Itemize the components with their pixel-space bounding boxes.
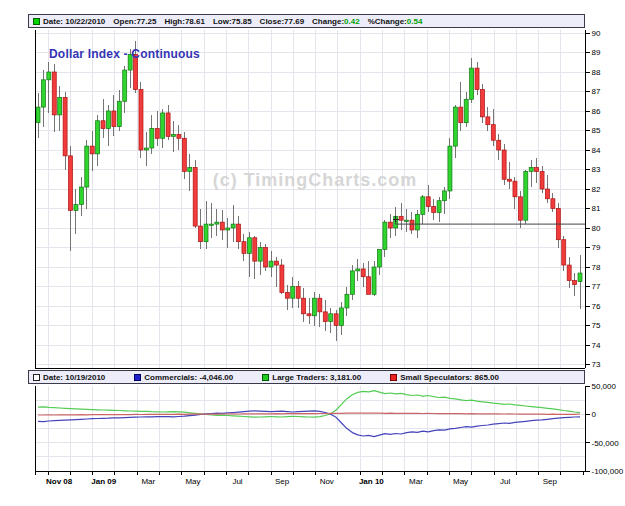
up-candle: [415, 214, 419, 230]
down-candle: [551, 199, 555, 209]
down-candle: [296, 287, 300, 299]
month-label: Sep: [275, 477, 290, 486]
down-candle: [388, 222, 392, 228]
down-candle: [101, 121, 105, 129]
quote-low: Low:75.85: [213, 17, 252, 26]
price-tick-label: 75: [592, 321, 601, 330]
cot-date-value: 10/19/2010: [65, 373, 105, 382]
cot-date-label: Date:: [43, 373, 63, 382]
up-candle: [350, 271, 354, 294]
down-candle: [518, 197, 522, 220]
up-candle: [231, 224, 235, 228]
down-candle: [307, 314, 311, 316]
cot-axis: 50,0000-50,000-100,000: [585, 382, 624, 476]
down-candle: [399, 216, 403, 220]
price-tick-label: 86: [592, 107, 601, 116]
up-candle: [41, 80, 45, 107]
down-candle: [486, 117, 490, 125]
down-candle: [334, 314, 338, 326]
low-label: Low:: [213, 17, 232, 26]
down-candle: [323, 312, 327, 322]
up-candle: [524, 171, 528, 220]
up-candle: [291, 287, 295, 299]
quote-readout-bar: Date: 10/22/2010 Open:77.25 High:78.61 L…: [28, 14, 585, 28]
up-candle: [383, 222, 387, 249]
month-label: Nov: [320, 477, 334, 486]
cot-plot-area[interactable]: [35, 386, 585, 471]
close-label: Close:: [260, 17, 284, 26]
down-candle: [502, 150, 506, 179]
down-candle: [274, 261, 278, 265]
down-candle: [182, 138, 186, 171]
price-tick-label: 84: [592, 146, 601, 155]
cot-tick-label: 0: [592, 410, 597, 419]
up-candle: [443, 191, 447, 201]
price-tick-label: 82: [592, 185, 601, 194]
month-label: Mar: [141, 477, 155, 486]
up-candle: [258, 248, 262, 262]
commercials-value: -4,046.00: [199, 373, 233, 382]
large-traders-value: 3,181.00: [330, 373, 361, 382]
down-candle: [361, 269, 365, 277]
down-candle: [280, 265, 284, 292]
down-candle: [410, 220, 414, 230]
cot-commercials: Commercials: -4,046.00: [134, 373, 233, 382]
open-value: 77.25: [136, 17, 156, 26]
pct-change-label: %Change:: [368, 17, 407, 26]
up-candle: [150, 129, 154, 149]
cot-readout-bar: Date: 10/19/2010 Commercials: -4,046.00 …: [28, 370, 585, 384]
open-label: Open:: [113, 17, 136, 26]
up-candle: [47, 72, 51, 80]
cot-date-marker-icon: [33, 374, 40, 381]
down-candle: [535, 168, 539, 172]
down-candle: [302, 298, 306, 314]
up-candle: [377, 249, 381, 267]
month-label: Jan 10: [359, 477, 384, 486]
down-candle: [475, 68, 479, 89]
month-label: Jan 09: [91, 477, 116, 486]
month-label: May: [453, 477, 468, 486]
date-label: Date:: [43, 17, 63, 26]
main-plot-area[interactable]: [35, 30, 585, 368]
price-tick-label: 79: [592, 243, 601, 252]
quote-change: Change:0.42: [312, 17, 360, 26]
down-candle: [177, 134, 181, 138]
down-candle: [480, 90, 484, 117]
down-candle: [242, 242, 246, 254]
commercials-swatch-icon: [134, 374, 141, 381]
month-label: May: [185, 477, 200, 486]
commercials-label: Commercials:: [144, 373, 197, 382]
month-label: Jul: [500, 477, 510, 486]
up-candle: [106, 111, 110, 129]
down-candle: [90, 146, 94, 154]
price-tick-label: 77: [592, 282, 601, 291]
price-tick-label: 81: [592, 204, 601, 213]
price-tick-label: 73: [592, 360, 601, 369]
quote-high: High:78.61: [164, 17, 204, 26]
down-candle: [220, 222, 224, 230]
up-candle: [421, 197, 425, 215]
cot-tick-label: -100,000: [592, 467, 624, 476]
up-candle: [161, 113, 165, 138]
up-candle: [312, 298, 316, 316]
large-traders-label: Large Traders:: [272, 373, 328, 382]
up-candle: [96, 121, 100, 154]
down-candle: [253, 238, 257, 261]
down-candle: [459, 107, 463, 123]
date-value: 10/22/2010: [65, 17, 105, 26]
down-candle: [166, 113, 170, 136]
up-candle: [405, 220, 409, 221]
up-candle: [117, 101, 121, 126]
watermark: (c) TimingCharts.com: [190, 170, 440, 191]
up-candle: [372, 267, 376, 294]
page-title: Dollar Index - Continuous: [49, 47, 200, 61]
up-candle: [74, 205, 78, 211]
close-value: 77.69: [284, 17, 304, 26]
cot-large-traders: Large Traders: 3,181.00: [262, 373, 361, 382]
down-candle: [545, 189, 549, 199]
price-axis: 908988878685848382818079787776757473: [585, 29, 601, 370]
up-candle: [247, 238, 251, 254]
down-candle: [508, 179, 512, 181]
down-candle: [491, 125, 495, 141]
cot-tick-label: -50,000: [592, 439, 620, 448]
